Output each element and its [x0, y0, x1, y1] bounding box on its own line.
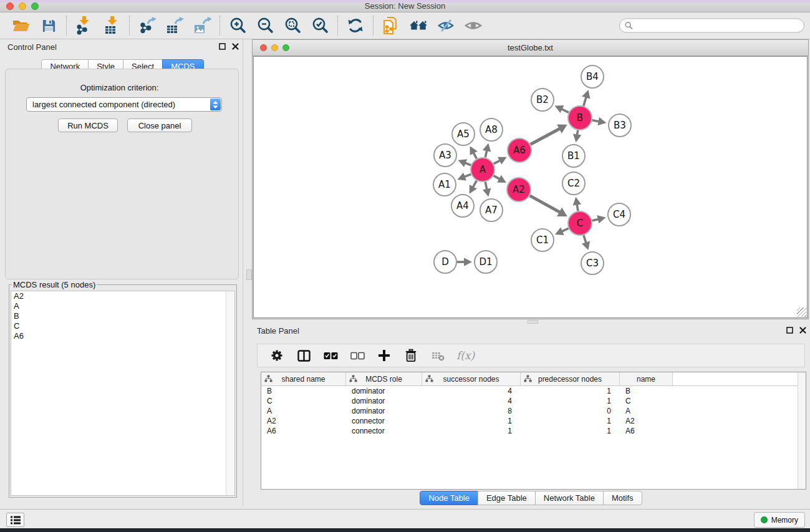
- graph-edge-arrow-icon: [483, 188, 491, 196]
- network-minimize-button[interactable]: [271, 44, 278, 51]
- task-history-button[interactable]: [6, 513, 24, 527]
- traffic-lights: [6, 2, 39, 10]
- network-maximize-button[interactable]: [282, 44, 289, 51]
- network-canvas[interactable]: B4B2BB3A8A5A6A3B1AC2A1A2A4A7C4CC1C3DD1: [253, 56, 808, 318]
- optimization-dropdown[interactable]: largest connected component (directed): [26, 97, 222, 112]
- column-header-successor-nodes[interactable]: successor nodes: [422, 372, 521, 385]
- network-traffic-lights: [260, 44, 289, 51]
- zoom-out-icon[interactable]: [253, 15, 277, 36]
- graph-edge-arrow-icon: [597, 215, 605, 223]
- graph-node-label: A: [480, 164, 486, 175]
- table-row[interactable]: Adominator80A: [261, 406, 806, 416]
- table-row[interactable]: A6connector11A6: [261, 426, 806, 436]
- export-network-icon[interactable]: [135, 15, 159, 36]
- tab-node-table[interactable]: Node Table: [420, 491, 478, 505]
- zoom-fit-icon[interactable]: [281, 15, 304, 36]
- column-header-label: successor nodes: [443, 375, 499, 384]
- clone-network-icon[interactable]: [379, 15, 403, 36]
- import-network-icon[interactable]: [72, 15, 96, 36]
- mcds-result-item[interactable]: C: [11, 321, 234, 331]
- mcds-result-item[interactable]: A2: [11, 291, 234, 301]
- column-header-mcds-role[interactable]: MCDS role: [346, 372, 422, 385]
- home-views-icon[interactable]: [407, 15, 430, 36]
- zoom-selected-icon[interactable]: [308, 15, 332, 36]
- close-window-button[interactable]: [6, 2, 14, 10]
- table-cell: connector: [346, 417, 422, 425]
- import-table-icon[interactable]: [100, 15, 123, 36]
- table-cell: 1: [521, 387, 620, 395]
- tab-motifs[interactable]: Motifs: [603, 491, 642, 505]
- memory-button[interactable]: Memory: [754, 512, 805, 528]
- hide-graphics-icon[interactable]: [434, 15, 458, 36]
- table-toolbar: f(x): [257, 344, 805, 367]
- table-scrollbar[interactable]: [798, 372, 806, 489]
- optimization-criterion-label: Optimization criterion:: [2, 83, 236, 92]
- create-column-plus-icon[interactable]: [376, 347, 392, 364]
- table-cell: dominator: [346, 407, 422, 415]
- float-panel-icon[interactable]: [219, 43, 226, 50]
- network-close-button[interactable]: [260, 44, 267, 51]
- refresh-icon[interactable]: [344, 15, 367, 36]
- minimize-window-button[interactable]: [19, 2, 26, 10]
- vertical-splitter-handle[interactable]: [246, 269, 252, 280]
- export-image-icon[interactable]: [190, 15, 214, 36]
- toolbar-group: [338, 15, 373, 36]
- close-panel-icon[interactable]: [232, 43, 239, 50]
- graph-node-label: B2: [536, 94, 549, 105]
- table-cell: 4: [422, 397, 521, 405]
- column-hierarchy-icon: [425, 375, 433, 382]
- dropdown-stepper-icon: [210, 99, 221, 110]
- result-scrollbar[interactable]: [226, 291, 234, 495]
- table-row[interactable]: Bdominator41B: [261, 386, 806, 396]
- search-icon: [625, 22, 633, 30]
- table-row[interactable]: A2connector11A2: [261, 416, 806, 426]
- graph-node-label: A7: [485, 205, 498, 216]
- mcds-result-list[interactable]: A2ABCA6: [11, 291, 235, 496]
- table-cell: A: [620, 407, 673, 415]
- resize-grip-icon[interactable]: [797, 307, 806, 317]
- table-settings-gear-icon[interactable]: [269, 347, 285, 364]
- column-header-label: predecessor nodes: [538, 375, 602, 384]
- graph-node-label: B: [577, 112, 583, 123]
- column-header-name[interactable]: name: [620, 372, 673, 385]
- graph-edge-arrow-icon: [573, 133, 581, 142]
- run-mcds-button[interactable]: Run MCDS: [58, 118, 118, 132]
- float-table-panel-icon[interactable]: [786, 327, 793, 334]
- tab-network-table[interactable]: Network Table: [535, 491, 604, 505]
- mcds-result-item[interactable]: A: [11, 301, 234, 311]
- mcds-result-item[interactable]: B: [11, 311, 234, 321]
- table-cell: A6: [261, 427, 346, 435]
- select-all-icon[interactable]: [322, 347, 339, 364]
- toolbar-group: [67, 15, 129, 36]
- table-cell: connector: [346, 427, 422, 435]
- delete-column-trash-icon[interactable]: [403, 347, 419, 364]
- mcds-result-item[interactable]: A6: [11, 331, 234, 341]
- table-row[interactable]: Cdominator41C: [261, 396, 806, 406]
- graph-node-label: D: [441, 256, 449, 268]
- close-panel-button[interactable]: Close panel: [127, 118, 192, 132]
- deselect-all-icon[interactable]: [349, 347, 365, 364]
- maximize-window-button[interactable]: [31, 2, 39, 10]
- graph-edge: [531, 128, 561, 145]
- table-cell: 1: [521, 397, 620, 405]
- column-header-shared-name[interactable]: shared name: [261, 372, 346, 385]
- graph-node-label: C: [577, 218, 583, 229]
- close-table-panel-icon[interactable]: [799, 327, 806, 334]
- split-table-icon[interactable]: [296, 347, 312, 364]
- zoom-in-icon[interactable]: [226, 15, 249, 36]
- show-graphics-icon[interactable]: [461, 15, 485, 36]
- graph-node-label: B3: [614, 120, 626, 131]
- open-file-icon[interactable]: [9, 15, 33, 36]
- tab-edge-table[interactable]: Edge Table: [478, 491, 536, 505]
- table-cell: 1: [422, 417, 521, 425]
- column-header-predecessor-nodes[interactable]: predecessor nodes: [521, 372, 620, 385]
- search-field[interactable]: [619, 19, 804, 33]
- graph-edge-arrow-icon: [573, 197, 582, 206]
- search-input[interactable]: [636, 21, 799, 31]
- table-panel-title: Table Panel: [257, 326, 299, 336]
- column-header-label: MCDS role: [365, 375, 402, 384]
- export-table-icon[interactable]: [163, 15, 186, 36]
- network-window-title: testGlobe.txt: [253, 40, 808, 56]
- window-titlebar: Session: New Session: [0, 0, 810, 12]
- save-session-icon[interactable]: [37, 15, 60, 36]
